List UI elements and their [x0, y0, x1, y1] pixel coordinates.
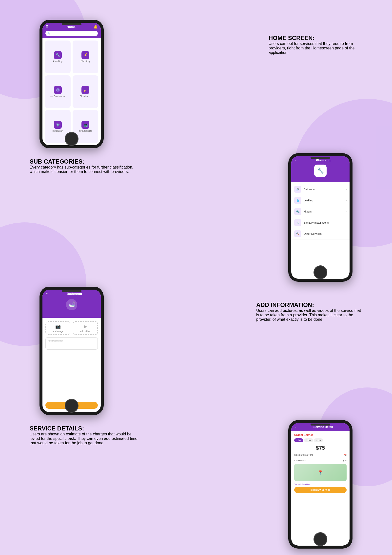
section-add-title: ADD INFORMATION:	[256, 301, 362, 308]
price-display: $75	[294, 445, 347, 451]
tv-label: TV & Satellite	[79, 130, 92, 132]
service-card-clean[interactable]: 🧹 Cleanliness	[73, 75, 98, 108]
sub-item-bathroom[interactable]: 🚿 Bathroom ›	[291, 184, 350, 195]
plumbing-hero-icon: 🔧	[314, 165, 327, 177]
ac-label: Air Conditioner	[50, 95, 65, 97]
home-app-header: ☰ Home 🔔	[42, 23, 101, 31]
video-icon: ▶	[84, 324, 87, 329]
section-subcategories: SUB CATEGORIES: Every category has sub-c…	[20, 153, 372, 282]
sanitary-arrow: ›	[346, 221, 347, 224]
section-home-text: HOME SCREEN: Users can opt for services …	[249, 20, 372, 55]
search-icon: 🔍	[47, 32, 50, 35]
page-content: ☰ Home 🔔 🔍 🔧 Plumbing	[0, 0, 392, 555]
next-button[interactable]: Next	[45, 402, 98, 409]
service-card-install[interactable]: ⚙️ Installation	[45, 110, 71, 143]
service-card-electricity[interactable]: ⚡ Electricity	[73, 41, 98, 73]
mixers-arrow: ›	[346, 210, 347, 213]
section-home: ☰ Home 🔔 🔍 🔧 Plumbing	[20, 10, 372, 148]
mixers-icon: 🔩	[294, 208, 301, 215]
mixers-label: Mixers	[304, 210, 346, 213]
service-card-tv[interactable]: 📺 TV & Satellite	[73, 110, 98, 143]
sanitary-label: Sanitary Installations	[304, 221, 346, 224]
phone-screen-svc: ← Service Detail Urgent Service 2 hrs 3 …	[291, 423, 350, 546]
phone-service-detail: ← Service Detail Urgent Service 2 hrs 3 …	[288, 420, 353, 549]
section-home-desc: Users can opt for services that they req…	[269, 42, 362, 55]
back-arrow-icon[interactable]: ←	[294, 158, 298, 162]
phone-screen-add: ← Bathroom 🛁 📷 Add Image ▶	[42, 290, 101, 412]
menu-icon: ☰	[45, 25, 49, 29]
section-svc-desc: Users are shown an estimate of the charg…	[30, 432, 138, 445]
phone-frame-add: ← Bathroom 🛁 📷 Add Image ▶	[39, 287, 104, 415]
terms-link[interactable]: Terms & Conditions	[294, 483, 347, 485]
add-info-app-header: ← Bathroom 🛁	[42, 290, 101, 318]
svc-body: Urgent Service 2 hrs 3 hrs 4 hrs $75 Sel…	[291, 431, 350, 546]
urgent-service-label: Urgent Service	[294, 433, 347, 436]
bath-hero-icon: 🛁	[66, 299, 77, 310]
phone-frame-svc: ← Service Detail Urgent Service 2 hrs 3 …	[288, 420, 353, 549]
phone-screen-sub: ← Plumbing 🔧 🚿 Bathroom › 💧	[291, 156, 350, 279]
bathroom-label: Bathroom	[304, 188, 346, 191]
time-tab-2hrs[interactable]: 2 hrs	[294, 438, 303, 442]
svc-back-arrow[interactable]: ←	[294, 425, 298, 429]
sub-item-sanitary[interactable]: 🚽 Sanitary Installations ›	[291, 217, 350, 228]
leaking-label: Leaking	[304, 199, 346, 202]
time-tab-4hrs[interactable]: 4 hrs	[314, 438, 323, 442]
plumbing-icon: 🔧	[54, 51, 62, 59]
section-servicedetail: SERVICE DETAILS: Users are shown an esti…	[20, 420, 372, 549]
book-service-button[interactable]: Book My Service	[294, 487, 347, 493]
add-back-arrow[interactable]: ←	[45, 292, 49, 296]
date-row: Select Date & Time 📅	[294, 454, 347, 458]
sub-item-mixers[interactable]: 🔩 Mixers ›	[291, 206, 350, 217]
section-addinfo: ← Bathroom 🛁 📷 Add Image ▶	[20, 287, 372, 415]
add-info-body: 📷 Add Image ▶ Add Video Add Description …	[42, 318, 101, 412]
add-image-button[interactable]: 📷 Add Image	[45, 321, 70, 335]
plumbing-label: Plumbing	[53, 60, 62, 63]
phone-frame-sub: ← Plumbing 🔧 🚿 Bathroom › 💧	[288, 153, 353, 282]
service-card-ac[interactable]: ❄️ Air Conditioner	[45, 75, 71, 108]
fee-row: Services Fee $25	[294, 459, 347, 462]
other-arrow: ›	[346, 233, 347, 235]
media-row: 📷 Add Image ▶ Add Video	[45, 321, 98, 335]
map-placeholder: 📍	[294, 464, 347, 481]
bathroom-icon: 🚿	[294, 186, 301, 193]
svc-screen-title: Service Detail	[300, 425, 347, 429]
description-field[interactable]: Add Description	[45, 337, 98, 350]
sub-item-other[interactable]: 🔨 Other Services ›	[291, 228, 350, 239]
phone-home: ☰ Home 🔔 🔍 🔧 Plumbing	[39, 20, 104, 148]
leaking-icon: 💧	[294, 197, 301, 204]
install-label: Installation	[52, 130, 63, 132]
section-add-text: ADD INFORMATION: Users can add pictures,…	[236, 287, 372, 322]
service-card-plumbing[interactable]: 🔧 Plumbing	[45, 41, 71, 73]
map-pin-icon: 📍	[318, 470, 323, 475]
add-info-header-top: ← Bathroom	[45, 292, 98, 296]
section-add-desc: Users can add pictures, as well as video…	[256, 308, 362, 322]
description-placeholder: Add Description	[48, 340, 63, 342]
other-label: Other Services	[304, 232, 346, 235]
time-tab-3hrs[interactable]: 3 hrs	[304, 438, 313, 442]
phone-subcategory: ← Plumbing 🔧 🚿 Bathroom › 💧	[288, 153, 353, 282]
fee-value: $25	[343, 459, 347, 462]
section-svc-text: SERVICE DETAILS: Users are shown an esti…	[20, 420, 148, 445]
svc-app-header: ← Service Detail	[291, 423, 350, 431]
image-icon: 📷	[55, 324, 61, 329]
calendar-icon[interactable]: 📅	[344, 454, 347, 456]
section-home-title: HOME SCREEN:	[269, 35, 362, 42]
bathroom-arrow: ›	[346, 188, 347, 191]
home-screen-title: Home	[67, 25, 76, 29]
leaking-arrow: ›	[346, 199, 347, 202]
add-video-button[interactable]: ▶ Add Video	[73, 321, 98, 335]
add-image-label: Add Image	[53, 330, 63, 333]
sub-app-header: ← Plumbing 🔧	[291, 156, 350, 182]
ac-icon: ❄️	[54, 86, 62, 94]
sub-screen-title: Plumbing	[300, 158, 347, 162]
other-icon: 🔨	[294, 230, 301, 237]
sub-item-leaking[interactable]: 💧 Leaking ›	[291, 195, 350, 206]
add-screen-title: Bathroom	[51, 292, 98, 296]
section-sub-title: SUB CATEGORIES:	[30, 158, 133, 165]
electricity-label: Electricity	[81, 60, 90, 63]
bell-icon: 🔔	[94, 25, 98, 29]
section-svc-title: SERVICE DETAILS:	[30, 425, 138, 432]
clean-icon: 🧹	[81, 86, 89, 94]
phone-screen-home: ☰ Home 🔔 🔍 🔧 Plumbing	[42, 23, 101, 145]
search-input[interactable]: 🔍	[45, 31, 98, 36]
